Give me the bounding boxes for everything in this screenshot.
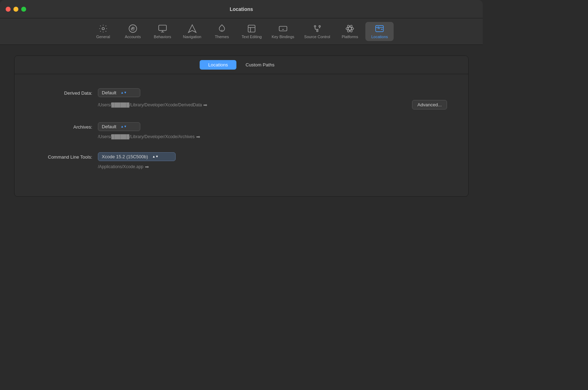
- command-line-tools-label: Command Line Tools:: [36, 152, 92, 160]
- toolbar: General @ Accounts Behaviors Navigation …: [0, 18, 483, 45]
- svg-text:@: @: [130, 26, 135, 31]
- locations-panel: Locations Custom Paths Derived Data: Def…: [14, 55, 469, 197]
- accounts-icon: @: [128, 24, 137, 33]
- command-line-tools-value: Xcode 15.2 (15C500b): [102, 154, 148, 159]
- toolbar-label-source-control: Source Control: [304, 35, 330, 39]
- command-line-tools-row: Command Line Tools: Xcode 15.2 (15C500b)…: [36, 152, 447, 170]
- derived-data-dropdown[interactable]: Default ▲▼: [98, 88, 140, 97]
- toolbar-label-locations: Locations: [371, 35, 388, 39]
- toolbar-label-platforms: Platforms: [342, 35, 358, 39]
- svg-marker-4: [188, 25, 196, 32]
- svg-point-9: [316, 30, 318, 31]
- toolbar-item-behaviors[interactable]: Behaviors: [148, 22, 177, 41]
- derived-data-path: /Users/██████/Library/Developer/Xcode/De…: [98, 102, 207, 108]
- toolbar-item-key-bindings[interactable]: Key Bindings: [267, 22, 299, 41]
- command-line-tools-controls-row: Xcode 15.2 (15C500b) ▲▼: [98, 152, 447, 161]
- traffic-lights: [6, 7, 26, 12]
- advanced-button[interactable]: Advanced...: [412, 100, 447, 110]
- window-title: Locations: [230, 6, 253, 12]
- path-arrow-icon[interactable]: ➡: [203, 102, 207, 108]
- toolbar-item-general[interactable]: General: [89, 22, 117, 41]
- archives-label: Archives:: [36, 122, 92, 130]
- command-line-tools-path: /Applications/Xcode.app ➡: [98, 164, 447, 170]
- navigation-icon: [188, 24, 197, 33]
- toolbar-item-locations[interactable]: Locations: [365, 22, 394, 41]
- maximize-button[interactable]: [21, 7, 26, 12]
- archives-dropdown-chevron-icon: ▲▼: [120, 125, 127, 128]
- svg-rect-3: [159, 25, 166, 30]
- archives-value: Default: [102, 124, 116, 129]
- form-content: Derived Data: Default ▲▼ /Users/██████/L…: [14, 74, 468, 196]
- command-line-tools-dropdown[interactable]: Xcode 15.2 (15C500b) ▲▼: [98, 152, 176, 161]
- source-control-icon: [313, 24, 322, 33]
- themes-icon: [217, 24, 227, 33]
- archives-controls-row: Default ▲▼: [98, 122, 447, 131]
- tab-locations[interactable]: Locations: [200, 60, 236, 70]
- archives-dropdown[interactable]: Default ▲▼: [98, 122, 140, 131]
- derived-data-controls-row: Default ▲▼: [98, 88, 447, 97]
- command-line-tools-path-arrow-icon[interactable]: ➡: [145, 164, 149, 170]
- toolbar-label-navigation: Navigation: [183, 35, 201, 39]
- toolbar-item-navigation[interactable]: Navigation: [178, 22, 206, 41]
- derived-data-value: Default: [102, 90, 116, 95]
- close-button[interactable]: [6, 7, 11, 12]
- content-area: Locations Custom Paths Derived Data: Def…: [0, 45, 483, 311]
- archives-path-arrow-icon[interactable]: ➡: [196, 134, 200, 140]
- command-line-tools-chevron-icon: ▲▼: [152, 155, 159, 158]
- titlebar: Locations: [0, 0, 483, 18]
- derived-data-label: Derived Data:: [36, 88, 92, 96]
- behaviors-icon: [158, 24, 167, 33]
- toolbar-label-text-editing: Text Editing: [242, 35, 262, 39]
- toolbar-item-accounts[interactable]: @ Accounts: [119, 22, 147, 41]
- archives-path: /Users/██████/Library/Developer/Xcode/Ar…: [98, 134, 447, 140]
- archives-row: Archives: Default ▲▼ /Users/██████/Libra…: [36, 122, 447, 140]
- toolbar-label-key-bindings: Key Bindings: [272, 35, 294, 39]
- text-editing-icon: [247, 24, 256, 33]
- svg-point-8: [319, 25, 320, 27]
- svg-point-10: [346, 27, 354, 30]
- tab-custom-paths[interactable]: Custom Paths: [237, 60, 283, 70]
- toolbar-label-behaviors: Behaviors: [154, 35, 171, 39]
- archives-controls: Default ▲▼ /Users/██████/Library/Develop…: [98, 122, 447, 140]
- svg-point-0: [102, 28, 105, 30]
- toolbar-label-themes: Themes: [215, 35, 229, 39]
- tab-bar: Locations Custom Paths: [14, 56, 468, 74]
- command-line-tools-controls: Xcode 15.2 (15C500b) ▲▼ /Applications/Xc…: [98, 152, 447, 170]
- toolbar-item-platforms[interactable]: Platforms: [336, 22, 364, 41]
- platforms-icon: [345, 24, 354, 33]
- keyboard-icon: [278, 24, 288, 33]
- toolbar-label-general: General: [96, 35, 110, 39]
- toolbar-label-accounts: Accounts: [125, 35, 141, 39]
- toolbar-item-themes[interactable]: Themes: [208, 22, 236, 41]
- svg-rect-6: [279, 26, 287, 31]
- toolbar-item-source-control[interactable]: Source Control: [300, 22, 334, 41]
- svg-point-7: [314, 25, 316, 27]
- dropdown-chevron-icon: ▲▼: [120, 91, 127, 94]
- minimize-button[interactable]: [13, 7, 18, 12]
- toolbar-item-text-editing[interactable]: Text Editing: [237, 22, 266, 41]
- gear-icon: [99, 24, 108, 33]
- derived-data-row: Derived Data: Default ▲▼ /Users/██████/L…: [36, 88, 447, 110]
- locations-icon: [375, 24, 384, 33]
- svg-rect-5: [248, 25, 255, 32]
- derived-data-path-row: /Users/██████/Library/Developer/Xcode/De…: [98, 100, 447, 110]
- derived-data-controls: Default ▲▼ /Users/██████/Library/Develop…: [98, 88, 447, 110]
